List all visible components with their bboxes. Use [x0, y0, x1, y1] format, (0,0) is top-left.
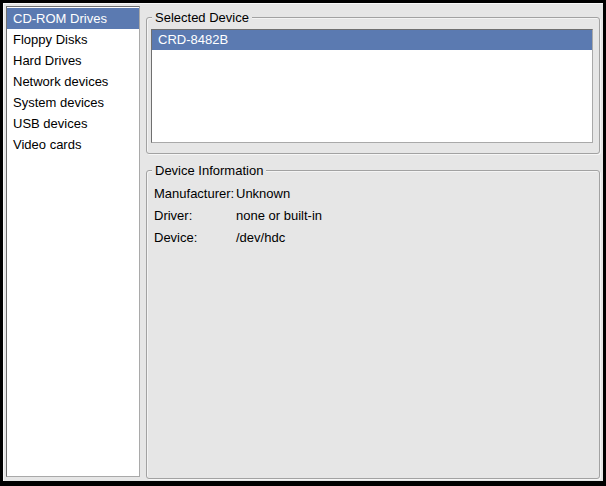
device-info-field-label: Manufacturer: — [154, 183, 236, 205]
category-list-item[interactable]: Floppy Disks — [7, 29, 139, 50]
device-info-row: Device:/dev/hdc — [154, 227, 592, 249]
category-list-item[interactable]: System devices — [7, 92, 139, 113]
category-list-item[interactable]: Hard Drives — [7, 50, 139, 71]
device-category-list[interactable]: CD-ROM DrivesFloppy DisksHard DrivesNetw… — [6, 6, 140, 477]
hardware-browser-window: CD-ROM DrivesFloppy DisksHard DrivesNetw… — [0, 0, 606, 486]
selected-device-frame-title: Selected Device — [152, 10, 252, 25]
selected-device-frame: Selected Device CRD-8482B — [146, 17, 600, 154]
device-info-row: Manufacturer:Unknown — [154, 183, 592, 205]
device-list-item[interactable]: CRD-8482B — [152, 30, 592, 50]
device-info-field-label: Driver: — [154, 205, 236, 227]
device-info-table: Manufacturer:UnknownDriver:none or built… — [154, 183, 592, 249]
device-info-field-value: /dev/hdc — [236, 227, 592, 249]
device-information-frame: Device Information Manufacturer:UnknownD… — [146, 170, 600, 479]
device-information-frame-title: Device Information — [152, 163, 266, 178]
selected-device-list[interactable]: CRD-8482B — [151, 29, 593, 143]
device-info-field-label: Device: — [154, 227, 236, 249]
category-list-item[interactable]: Video cards — [7, 134, 139, 155]
device-info-field-value: Unknown — [236, 183, 592, 205]
device-info-field-value: none or built-in — [236, 205, 592, 227]
category-list-item[interactable]: Network devices — [7, 71, 139, 92]
device-info-row: Driver:none or built-in — [154, 205, 592, 227]
category-list-item[interactable]: USB devices — [7, 113, 139, 134]
category-list-item[interactable]: CD-ROM Drives — [7, 8, 139, 29]
